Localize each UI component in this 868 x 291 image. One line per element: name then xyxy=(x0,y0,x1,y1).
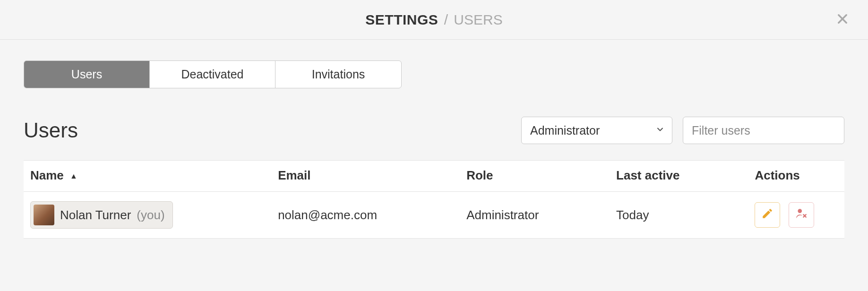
cell-name: Nolan Turner (you) xyxy=(24,192,273,239)
role-filter-select[interactable]: Administrator xyxy=(521,117,672,144)
role-filter-value: Administrator xyxy=(521,117,672,144)
cell-last-active: Today xyxy=(611,192,750,239)
col-header-last-active[interactable]: Last active xyxy=(611,161,750,192)
user-x-icon xyxy=(795,207,808,223)
close-icon xyxy=(836,12,849,27)
breadcrumb-sub: USERS xyxy=(454,12,502,27)
svg-point-2 xyxy=(798,209,802,213)
table-row: Nolan Turner (you) nolan@acme.com Admini… xyxy=(24,192,844,239)
sort-indicator-icon: ▲ xyxy=(67,172,77,180)
pencil-icon xyxy=(761,207,773,223)
user-name: Nolan Turner xyxy=(60,208,131,223)
col-header-email[interactable]: Email xyxy=(273,161,462,192)
content-area: Users Deactivated Invitations Users Admi… xyxy=(0,40,868,239)
section-title: Users xyxy=(24,119,78,142)
edit-user-button[interactable] xyxy=(755,202,780,228)
avatar xyxy=(34,205,54,225)
cell-actions xyxy=(750,192,844,239)
breadcrumb-main: SETTINGS xyxy=(365,12,438,27)
col-header-role[interactable]: Role xyxy=(462,161,611,192)
remove-user-button[interactable] xyxy=(789,202,814,228)
you-tag: (you) xyxy=(137,208,164,223)
col-header-actions: Actions xyxy=(750,161,844,192)
tab-deactivated[interactable]: Deactivated xyxy=(150,61,275,88)
tab-invitations[interactable]: Invitations xyxy=(275,61,401,88)
page-header: SETTINGS / USERS xyxy=(0,0,868,40)
filter-users-input[interactable] xyxy=(683,117,844,144)
tab-bar: Users Deactivated Invitations xyxy=(24,60,402,88)
cell-email: nolan@acme.com xyxy=(273,192,462,239)
col-header-name[interactable]: Name ▲ xyxy=(24,161,273,192)
users-table: Name ▲ Email Role Last active Actions No… xyxy=(24,160,844,239)
breadcrumb: SETTINGS / USERS xyxy=(365,12,502,28)
tab-users[interactable]: Users xyxy=(24,61,150,88)
user-chip[interactable]: Nolan Turner (you) xyxy=(30,201,173,229)
section-header: Users Administrator xyxy=(24,117,844,144)
col-header-name-label: Name xyxy=(30,168,64,182)
cell-role: Administrator xyxy=(462,192,611,239)
table-header-row: Name ▲ Email Role Last active Actions xyxy=(24,161,844,192)
close-button[interactable] xyxy=(836,12,849,27)
breadcrumb-separator: / xyxy=(442,12,450,27)
